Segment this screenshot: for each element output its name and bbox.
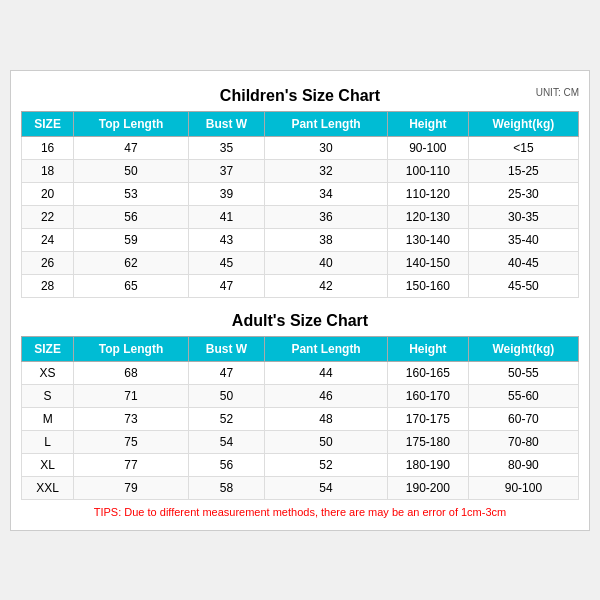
table-cell: 62 [74, 251, 189, 274]
table-cell: 45-50 [468, 274, 578, 297]
table-cell: 100-110 [387, 159, 468, 182]
table-row: XL775652180-19080-90 [22, 453, 579, 476]
adults-col-pant-length: Pant Length [265, 336, 388, 361]
table-cell: 160-170 [387, 384, 468, 407]
table-cell: 39 [188, 182, 264, 205]
table-cell: 54 [265, 476, 388, 499]
table-cell: 52 [265, 453, 388, 476]
table-cell: 40 [265, 251, 388, 274]
table-cell: XS [22, 361, 74, 384]
children-title-text: Children's Size Chart [220, 87, 380, 104]
table-cell: 73 [74, 407, 189, 430]
table-cell: 30 [265, 136, 388, 159]
table-cell: 37 [188, 159, 264, 182]
table-cell: 45 [188, 251, 264, 274]
table-cell: 56 [74, 205, 189, 228]
table-cell: 50 [74, 159, 189, 182]
table-cell: 22 [22, 205, 74, 228]
table-cell: 35-40 [468, 228, 578, 251]
table-cell: 25-30 [468, 182, 578, 205]
table-cell: M [22, 407, 74, 430]
children-col-bust-w: Bust W [188, 111, 264, 136]
adults-table-body: XS684744160-16550-55S715046160-17055-60M… [22, 361, 579, 499]
table-cell: 58 [188, 476, 264, 499]
children-col-top-length: Top Length [74, 111, 189, 136]
table-cell: 26 [22, 251, 74, 274]
table-row: L755450175-18070-80 [22, 430, 579, 453]
adults-col-size: SIZE [22, 336, 74, 361]
adults-col-height: Height [387, 336, 468, 361]
children-size-table: SIZE Top Length Bust W Pant Length Heigh… [21, 111, 579, 298]
table-row: M735248170-17560-70 [22, 407, 579, 430]
table-cell: 68 [74, 361, 189, 384]
table-cell: 36 [265, 205, 388, 228]
adults-col-bust-w: Bust W [188, 336, 264, 361]
table-cell: 44 [265, 361, 388, 384]
table-cell: L [22, 430, 74, 453]
table-cell: 55-60 [468, 384, 578, 407]
table-cell: 48 [265, 407, 388, 430]
table-cell: 130-140 [387, 228, 468, 251]
table-cell: 47 [188, 361, 264, 384]
table-cell: XL [22, 453, 74, 476]
table-cell: 30-35 [468, 205, 578, 228]
table-row: 26624540140-15040-45 [22, 251, 579, 274]
table-cell: 16 [22, 136, 74, 159]
children-col-pant-length: Pant Length [265, 111, 388, 136]
table-cell: 140-150 [387, 251, 468, 274]
table-cell: 54 [188, 430, 264, 453]
table-cell: 77 [74, 453, 189, 476]
children-col-weight: Weight(kg) [468, 111, 578, 136]
table-row: 24594338130-14035-40 [22, 228, 579, 251]
table-cell: 38 [265, 228, 388, 251]
table-row: S715046160-17055-60 [22, 384, 579, 407]
table-row: XXL795854190-20090-100 [22, 476, 579, 499]
table-cell: 59 [74, 228, 189, 251]
table-cell: 46 [265, 384, 388, 407]
table-cell: 75 [74, 430, 189, 453]
table-cell: 60-70 [468, 407, 578, 430]
table-cell: 50 [265, 430, 388, 453]
table-cell: 170-175 [387, 407, 468, 430]
table-cell: 32 [265, 159, 388, 182]
table-cell: 120-130 [387, 205, 468, 228]
table-cell: 180-190 [387, 453, 468, 476]
tips-text: TIPS: Due to different measurement metho… [21, 500, 579, 520]
table-cell: 18 [22, 159, 74, 182]
adults-header-row: SIZE Top Length Bust W Pant Length Heigh… [22, 336, 579, 361]
table-cell: 52 [188, 407, 264, 430]
table-cell: 42 [265, 274, 388, 297]
table-cell: 20 [22, 182, 74, 205]
table-cell: 47 [74, 136, 189, 159]
table-cell: 90-100 [387, 136, 468, 159]
table-cell: 15-25 [468, 159, 578, 182]
table-cell: <15 [468, 136, 578, 159]
table-cell: 47 [188, 274, 264, 297]
table-cell: 56 [188, 453, 264, 476]
table-row: 22564136120-13030-35 [22, 205, 579, 228]
table-cell: 50-55 [468, 361, 578, 384]
table-cell: 190-200 [387, 476, 468, 499]
table-cell: 150-160 [387, 274, 468, 297]
children-header-row: SIZE Top Length Bust W Pant Length Heigh… [22, 111, 579, 136]
adults-col-top-length: Top Length [74, 336, 189, 361]
table-row: 20533934110-12025-30 [22, 182, 579, 205]
table-cell: 53 [74, 182, 189, 205]
table-cell: S [22, 384, 74, 407]
table-cell: 28 [22, 274, 74, 297]
table-cell: 40-45 [468, 251, 578, 274]
adults-title-text: Adult's Size Chart [232, 312, 368, 329]
table-cell: 35 [188, 136, 264, 159]
adults-size-table: SIZE Top Length Bust W Pant Length Heigh… [21, 336, 579, 500]
table-cell: 41 [188, 205, 264, 228]
table-cell: 43 [188, 228, 264, 251]
table-cell: 79 [74, 476, 189, 499]
table-row: 1647353090-100<15 [22, 136, 579, 159]
table-cell: 175-180 [387, 430, 468, 453]
table-cell: 34 [265, 182, 388, 205]
children-section-title: Children's Size Chart UNIT: CM [21, 81, 579, 107]
table-cell: 50 [188, 384, 264, 407]
table-cell: 110-120 [387, 182, 468, 205]
table-row: XS684744160-16550-55 [22, 361, 579, 384]
table-row: 18503732100-11015-25 [22, 159, 579, 182]
